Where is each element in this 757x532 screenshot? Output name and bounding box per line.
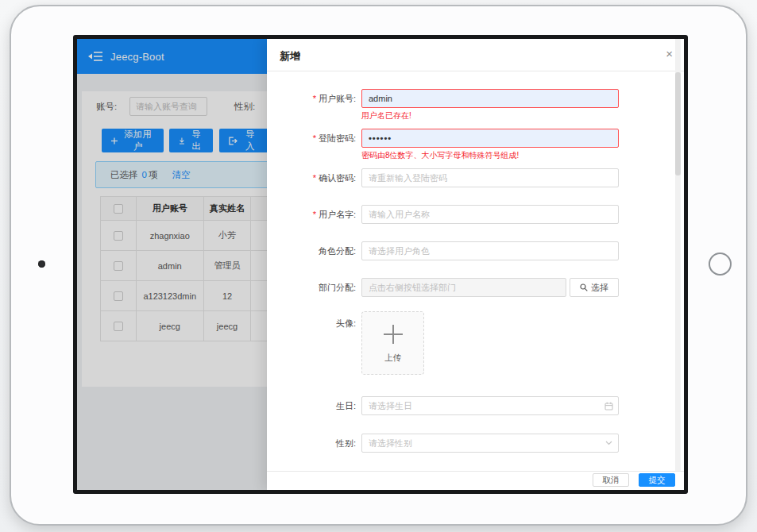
gender-select[interactable] bbox=[361, 434, 619, 453]
password-error: 密码由8位数字、大小写字母和特殊符号组成! bbox=[361, 150, 519, 161]
modal-scrollbar-track bbox=[675, 39, 681, 471]
cancel-button[interactable]: 取消 bbox=[593, 473, 629, 487]
modal-title: 新增 bbox=[280, 49, 300, 64]
confirm-password-label: *确认密码: bbox=[267, 168, 356, 187]
avatar-upload-box[interactable]: 上传 bbox=[361, 311, 424, 375]
account-label: *用户账号: bbox=[267, 89, 356, 108]
camera-dot bbox=[38, 260, 45, 268]
modal-scrollbar-thumb[interactable] bbox=[675, 72, 681, 175]
birthday-input[interactable] bbox=[361, 396, 619, 415]
modal-header: 新增 × bbox=[267, 39, 684, 71]
birthday-label: 生日: bbox=[267, 396, 356, 415]
department-input bbox=[361, 278, 566, 297]
tablet-frame: Jeecg-Boot 账号: 性别: 添加用户 导出 导入 已选择 0 项 bbox=[10, 5, 747, 526]
add-user-modal: 新增 × *用户账号: 用户名已存在! *登陆密码: 密码由8位数字、大小写字母… bbox=[267, 39, 684, 490]
role-input[interactable] bbox=[361, 241, 619, 260]
submit-button[interactable]: 提交 bbox=[639, 473, 675, 487]
account-input[interactable] bbox=[361, 89, 619, 108]
gender-label: 性别: bbox=[267, 434, 356, 453]
modal-footer: 取消 提交 bbox=[267, 471, 684, 490]
confirm-password-input[interactable] bbox=[361, 168, 619, 187]
home-button[interactable] bbox=[709, 253, 732, 276]
department-select-button[interactable]: 选择 bbox=[570, 278, 619, 297]
account-error: 用户名已存在! bbox=[361, 110, 411, 121]
upload-label: 上传 bbox=[384, 353, 401, 364]
plus-icon bbox=[381, 322, 405, 346]
role-label: 角色分配: bbox=[267, 241, 356, 260]
app-viewport: Jeecg-Boot 账号: 性别: 添加用户 导出 导入 已选择 0 项 bbox=[77, 39, 684, 490]
password-input[interactable] bbox=[361, 129, 619, 148]
avatar-label: 头像: bbox=[267, 314, 356, 333]
password-label: *登陆密码: bbox=[267, 129, 356, 148]
user-name-label: *用户名字: bbox=[267, 205, 356, 224]
department-select-label: 选择 bbox=[591, 282, 608, 294]
close-icon[interactable]: × bbox=[666, 48, 673, 60]
search-icon bbox=[580, 283, 588, 291]
screen-bezel: Jeecg-Boot 账号: 性别: 添加用户 导出 导入 已选择 0 项 bbox=[73, 35, 688, 494]
department-label: 部门分配: bbox=[267, 278, 356, 297]
user-name-input[interactable] bbox=[361, 205, 619, 224]
